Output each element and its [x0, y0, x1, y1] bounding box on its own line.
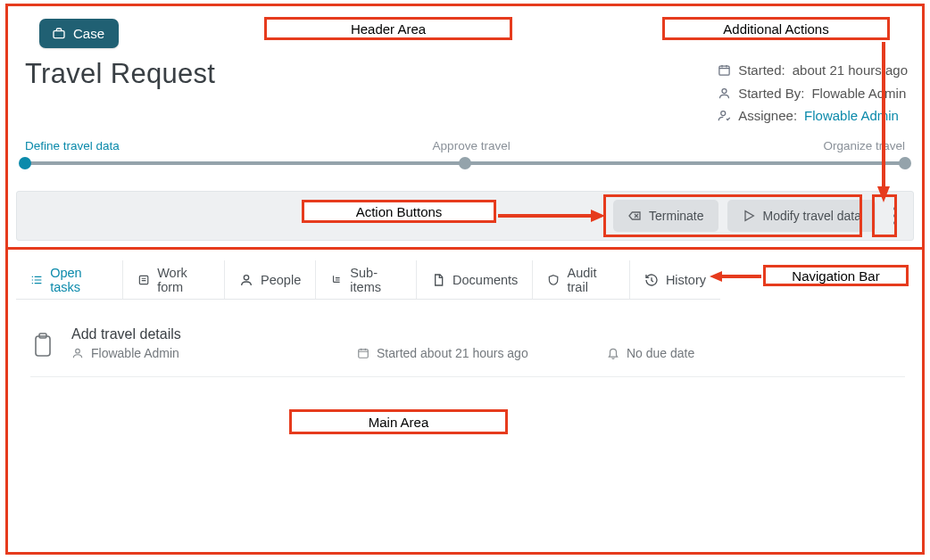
svg-rect-7	[36, 336, 50, 356]
case-badge[interactable]: Case	[39, 19, 119, 48]
tab-history[interactable]: History	[630, 260, 720, 299]
subitems-icon	[330, 273, 343, 287]
bell-icon	[607, 347, 619, 359]
svg-point-2	[722, 88, 727, 93]
tab-people[interactable]: People	[225, 260, 316, 299]
task-item[interactable]: Add travel details Flowable Admin Starte…	[30, 326, 905, 377]
svg-rect-0	[54, 30, 64, 37]
annotation-main-area: Main Area	[289, 409, 508, 434]
terminate-label: Terminate	[649, 209, 703, 223]
terminate-button[interactable]: Terminate	[613, 200, 718, 232]
play-icon	[742, 209, 756, 223]
list-check-icon	[30, 273, 43, 287]
tab-work-form[interactable]: Work form	[123, 260, 225, 299]
svg-marker-4	[745, 211, 753, 221]
calendar-icon	[357, 347, 370, 359]
task-started: Started about 21 hours ago	[377, 346, 528, 360]
case-badge-label: Case	[73, 26, 104, 41]
annotation-navigation-bar: Navigation Bar	[763, 265, 909, 286]
tab-documents[interactable]: Documents	[417, 260, 533, 299]
user-icon	[71, 347, 84, 359]
navigation-bar: Open tasks Work form People Sub-items Do…	[16, 260, 720, 300]
calendar-icon	[718, 63, 731, 77]
modify-label: Modify travel data	[763, 209, 862, 223]
tab-open-tasks[interactable]: Open tasks	[16, 260, 123, 299]
delete-back-icon	[627, 209, 642, 223]
action-bar: Terminate Modify travel data	[16, 191, 914, 241]
task-assignee: Flowable Admin	[91, 346, 179, 360]
annotation-additional-actions: Additional Actions	[662, 17, 890, 40]
assignee-link[interactable]: Flowable Admin	[804, 104, 899, 128]
modify-button[interactable]: Modify travel data	[727, 200, 876, 232]
svg-rect-1	[719, 66, 729, 75]
task-title: Add travel details	[71, 326, 905, 342]
task-due: No due date	[627, 346, 694, 360]
started-by-label: Started By:	[738, 82, 804, 105]
user-icon	[718, 86, 731, 100]
progress-tracker: Define travel data Approve travel Organi…	[25, 139, 905, 165]
page-title: Travel Request	[25, 58, 215, 90]
shield-icon	[547, 273, 560, 287]
svg-point-9	[76, 349, 80, 353]
briefcase-icon	[52, 27, 66, 41]
progress-step-2: Approve travel	[433, 139, 511, 152]
tab-sub-items[interactable]: Sub-items	[316, 260, 417, 299]
document-icon	[431, 273, 445, 287]
more-actions-button[interactable]	[884, 198, 906, 234]
user-check-icon	[718, 109, 731, 122]
svg-point-3	[721, 111, 726, 116]
assignee-label: Assignee:	[738, 104, 797, 128]
user-icon	[239, 273, 253, 287]
case-meta: Started: about 21 hours ago Started By: …	[718, 59, 908, 128]
started-by-value: Flowable Admin	[811, 82, 906, 105]
history-icon	[644, 273, 659, 287]
annotation-header-area: Header Area	[264, 17, 512, 40]
svg-point-6	[244, 275, 248, 279]
svg-rect-10	[359, 350, 369, 358]
progress-step-1: Define travel data	[25, 139, 120, 152]
started-label: Started:	[738, 59, 785, 82]
form-icon	[137, 273, 150, 287]
tab-audit-trail[interactable]: Audit trail	[533, 260, 630, 299]
clipboard-icon	[32, 333, 54, 358]
progress-step-3: Organize travel	[823, 139, 905, 152]
started-value: about 21 hours ago	[793, 59, 908, 82]
